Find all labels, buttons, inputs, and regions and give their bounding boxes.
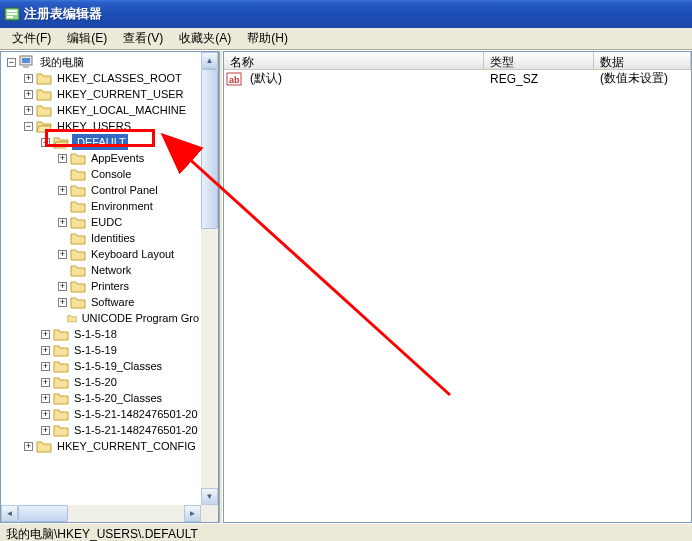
expand-icon[interactable]: + bbox=[41, 330, 50, 339]
tree-keyboard[interactable]: +Keyboard Layout bbox=[3, 246, 201, 262]
tree-identities[interactable]: Identities bbox=[3, 230, 201, 246]
tree-label: EUDC bbox=[89, 214, 124, 230]
tree-sid[interactable]: +S-1-5-20_Classes bbox=[3, 390, 201, 406]
list-row[interactable]: ab (默认) REG_SZ (数值未设置) bbox=[224, 70, 691, 87]
tree-label: UNICODE Program Gro bbox=[80, 310, 201, 326]
expand-icon[interactable]: + bbox=[58, 154, 67, 163]
value-data: (数值未设置) bbox=[594, 69, 674, 88]
tree-appevents[interactable]: +AppEvents bbox=[3, 150, 201, 166]
tree-label: HKEY_CURRENT_USER bbox=[55, 86, 186, 102]
tree-console[interactable]: Console bbox=[3, 166, 201, 182]
expand-icon[interactable]: + bbox=[58, 250, 67, 259]
collapse-icon[interactable]: − bbox=[7, 58, 16, 67]
tree-root[interactable]: −我的电脑 bbox=[3, 54, 201, 70]
expand-icon[interactable]: + bbox=[24, 106, 33, 115]
tree-default[interactable]: −.DEFAULT bbox=[3, 134, 201, 150]
tree-pane: −我的电脑+HKEY_CLASSES_ROOT+HKEY_CURRENT_USE… bbox=[0, 51, 219, 523]
menu-help[interactable]: 帮助(H) bbox=[239, 27, 296, 50]
values-pane: 名称 类型 数据 ab (默认) REG_SZ (数值未设置) bbox=[223, 51, 692, 523]
tree-label: Network bbox=[89, 262, 133, 278]
expand-icon[interactable]: + bbox=[58, 186, 67, 195]
expand-icon[interactable]: + bbox=[58, 282, 67, 291]
expand-icon[interactable]: + bbox=[24, 90, 33, 99]
tree-unicode[interactable]: UNICODE Program Gro bbox=[3, 310, 201, 326]
tree-label: HKEY_LOCAL_MACHINE bbox=[55, 102, 188, 118]
expand-icon[interactable]: + bbox=[41, 362, 50, 371]
tree-hkcc[interactable]: +HKEY_CURRENT_CONFIG bbox=[3, 438, 201, 454]
tree-environment[interactable]: Environment bbox=[3, 198, 201, 214]
status-path: 我的电脑\HKEY_USERS\.DEFAULT bbox=[6, 527, 198, 541]
tree-hkcr[interactable]: +HKEY_CLASSES_ROOT bbox=[3, 70, 201, 86]
col-name[interactable]: 名称 bbox=[224, 52, 484, 69]
tree-label: Environment bbox=[89, 198, 155, 214]
expand-icon[interactable]: + bbox=[41, 378, 50, 387]
tree-label: S-1-5-20_Classes bbox=[72, 390, 164, 406]
tree-hklm[interactable]: +HKEY_LOCAL_MACHINE bbox=[3, 102, 201, 118]
tree-label: Software bbox=[89, 294, 136, 310]
tree-hscroll[interactable]: ◄► bbox=[1, 505, 201, 522]
expand-icon[interactable]: + bbox=[58, 298, 67, 307]
col-type[interactable]: 类型 bbox=[484, 52, 594, 69]
col-data[interactable]: 数据 bbox=[594, 52, 691, 69]
expand-icon[interactable]: + bbox=[24, 442, 33, 451]
expand-icon[interactable]: + bbox=[41, 394, 50, 403]
svg-text:ab: ab bbox=[229, 75, 240, 85]
expand-icon[interactable]: + bbox=[24, 74, 33, 83]
tree-sid[interactable]: +S-1-5-18 bbox=[3, 326, 201, 342]
svg-rect-6 bbox=[23, 66, 29, 68]
tree-sid[interactable]: +S-1-5-21-1482476501-20 bbox=[3, 422, 201, 438]
tree-label: Console bbox=[89, 166, 133, 182]
collapse-icon[interactable]: − bbox=[41, 138, 50, 147]
tree-controlpanel[interactable]: +Control Panel bbox=[3, 182, 201, 198]
menu-edit[interactable]: 编辑(E) bbox=[59, 27, 115, 50]
svg-rect-5 bbox=[22, 58, 30, 63]
window-title: 注册表编辑器 bbox=[24, 5, 688, 23]
tree-label: HKEY_CURRENT_CONFIG bbox=[55, 438, 198, 454]
tree-sid[interactable]: +S-1-5-21-1482476501-20 bbox=[3, 406, 201, 422]
tree-hkcu[interactable]: +HKEY_CURRENT_USER bbox=[3, 86, 201, 102]
tree-label: S-1-5-21-1482476501-20 bbox=[72, 422, 200, 438]
menu-view[interactable]: 查看(V) bbox=[115, 27, 171, 50]
tree-label: S-1-5-19_Classes bbox=[72, 358, 164, 374]
svg-rect-3 bbox=[7, 16, 13, 18]
tree-label: S-1-5-20 bbox=[72, 374, 119, 390]
tree-hku[interactable]: −HKEY_USERS bbox=[3, 118, 201, 134]
tree-label: S-1-5-19 bbox=[72, 342, 119, 358]
svg-rect-2 bbox=[7, 13, 17, 15]
tree-label: HKEY_CLASSES_ROOT bbox=[55, 70, 184, 86]
tree-sid[interactable]: +S-1-5-20 bbox=[3, 374, 201, 390]
tree-sid[interactable]: +S-1-5-19_Classes bbox=[3, 358, 201, 374]
tree-label: 我的电脑 bbox=[38, 54, 86, 70]
menubar: 文件(F) 编辑(E) 查看(V) 收藏夹(A) 帮助(H) bbox=[0, 28, 692, 50]
svg-rect-1 bbox=[7, 10, 17, 12]
tree-vscroll[interactable]: ▲▼ bbox=[201, 52, 218, 505]
expand-icon[interactable]: + bbox=[58, 218, 67, 227]
expand-icon[interactable]: + bbox=[41, 410, 50, 419]
tree-label: S-1-5-18 bbox=[72, 326, 119, 342]
tree-label: AppEvents bbox=[89, 150, 146, 166]
tree-label: Keyboard Layout bbox=[89, 246, 176, 262]
expand-icon[interactable]: + bbox=[41, 346, 50, 355]
registry-tree[interactable]: −我的电脑+HKEY_CLASSES_ROOT+HKEY_CURRENT_USE… bbox=[1, 52, 201, 456]
tree-eudc[interactable]: +EUDC bbox=[3, 214, 201, 230]
tree-network[interactable]: Network bbox=[3, 262, 201, 278]
tree-label: Printers bbox=[89, 278, 131, 294]
tree-label: Identities bbox=[89, 230, 137, 246]
list-header: 名称 类型 数据 bbox=[224, 52, 691, 70]
statusbar: 我的电脑\HKEY_USERS\.DEFAULT bbox=[0, 523, 692, 541]
tree-label: S-1-5-21-1482476501-20 bbox=[72, 406, 200, 422]
expand-icon[interactable]: + bbox=[41, 426, 50, 435]
tree-label: Control Panel bbox=[89, 182, 160, 198]
menu-favorites[interactable]: 收藏夹(A) bbox=[171, 27, 239, 50]
menu-file[interactable]: 文件(F) bbox=[4, 27, 59, 50]
tree-sid[interactable]: +S-1-5-19 bbox=[3, 342, 201, 358]
value-type: REG_SZ bbox=[484, 71, 594, 87]
tree-printers[interactable]: +Printers bbox=[3, 278, 201, 294]
tree-label: HKEY_USERS bbox=[55, 118, 133, 134]
titlebar: 注册表编辑器 bbox=[0, 0, 692, 28]
string-value-icon: ab bbox=[226, 71, 242, 87]
tree-software[interactable]: +Software bbox=[3, 294, 201, 310]
tree-label: .DEFAULT bbox=[72, 134, 128, 150]
app-icon bbox=[4, 6, 20, 22]
collapse-icon[interactable]: − bbox=[24, 122, 33, 131]
